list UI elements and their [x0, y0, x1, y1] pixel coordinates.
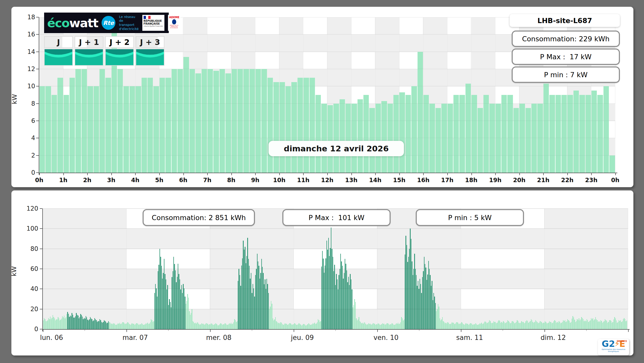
bar: [105, 321, 105, 329]
bar: [617, 323, 617, 329]
bar: [227, 325, 228, 329]
bar: [193, 322, 194, 329]
bar: [588, 322, 589, 329]
weekly-chart-panel: lun. 06mar. 07mer. 08jeu. 09ven. 10sam. …: [11, 190, 633, 356]
bar: [587, 320, 588, 329]
v-gridline: [377, 209, 378, 329]
x-tick-label: 9h: [251, 177, 259, 183]
bar: [569, 321, 570, 329]
bar: [191, 313, 191, 329]
bar: [381, 101, 387, 173]
v-gridline: [471, 17, 472, 173]
bar: [124, 323, 124, 329]
bar: [333, 257, 333, 329]
ecowatt-logo-eco: éco: [47, 16, 69, 30]
bar: [562, 322, 563, 329]
bar: [627, 320, 627, 329]
y-tick-label: 8: [17, 100, 35, 107]
bar: [108, 321, 109, 329]
bar: [615, 318, 616, 329]
bar: [473, 324, 474, 329]
bar: [525, 323, 525, 329]
bar: [163, 273, 163, 329]
bar: [65, 318, 65, 329]
y-tick: [36, 103, 39, 104]
bar: [331, 228, 331, 329]
x-tick: [255, 173, 256, 175]
bar: [88, 320, 89, 329]
x-tick: [615, 173, 616, 175]
x-tick-label: 17h: [441, 177, 453, 183]
site-name-card: LHB-site-L687: [510, 14, 620, 27]
h-gridline: [43, 309, 628, 309]
bar: [590, 320, 590, 329]
bar: [183, 284, 183, 329]
bar: [206, 323, 207, 329]
x-tick: [210, 330, 211, 332]
day-button-j[interactable]: J: [44, 36, 73, 48]
bar: [566, 322, 566, 329]
bar: [385, 324, 386, 329]
bar: [324, 273, 324, 329]
bar: [154, 293, 155, 329]
bar: [82, 317, 83, 329]
bar: [440, 320, 441, 329]
day-button-j2[interactable]: J + 2: [105, 36, 134, 48]
bar: [255, 69, 261, 173]
bar: [117, 324, 117, 329]
bar: [202, 324, 203, 329]
bar: [97, 322, 97, 329]
bar: [606, 320, 606, 329]
bar: [80, 314, 81, 329]
bar: [368, 323, 369, 329]
bar: [165, 274, 165, 329]
bar: [261, 259, 262, 329]
bar: [603, 322, 603, 329]
bar: [486, 322, 486, 329]
bar: [253, 284, 253, 329]
bar: [194, 323, 195, 329]
bar: [611, 321, 611, 329]
bar: [260, 279, 260, 329]
bar: [98, 321, 98, 329]
x-tick-label: 18h: [465, 177, 477, 183]
bar: [467, 324, 467, 329]
y-tick: [36, 52, 39, 52]
bar: [373, 323, 373, 329]
bar: [238, 281, 238, 329]
x-axis-line: [42, 329, 630, 330]
bar: [492, 323, 493, 329]
bar: [92, 319, 92, 329]
bar: [232, 69, 237, 173]
day-button-j3[interactable]: J + 3: [136, 36, 164, 48]
bar: [521, 321, 522, 329]
bar: [482, 324, 483, 329]
bar: [607, 321, 607, 329]
bar: [273, 82, 279, 173]
x-tick-label: 0h: [611, 177, 619, 183]
bar: [567, 321, 567, 329]
bar: [291, 82, 297, 173]
bar: [390, 324, 390, 329]
bar: [122, 322, 123, 329]
bar: [507, 322, 507, 329]
bar: [113, 323, 114, 329]
bar: [193, 321, 193, 329]
y-axis-line: [42, 209, 43, 331]
bar: [94, 86, 99, 173]
bar: [62, 316, 63, 329]
bar-series: [43, 209, 628, 329]
bar: [338, 289, 338, 329]
x-tick: [375, 173, 376, 175]
bar: [95, 319, 96, 329]
day-button-j1[interactable]: J + 1: [75, 36, 103, 48]
bar: [421, 293, 422, 329]
bar: [229, 323, 230, 329]
bar: [534, 322, 535, 329]
bar: [594, 319, 595, 329]
bar: [196, 323, 196, 329]
bar: [531, 319, 531, 329]
bar: [417, 286, 417, 329]
bar: [198, 323, 198, 329]
bar: [328, 238, 329, 329]
